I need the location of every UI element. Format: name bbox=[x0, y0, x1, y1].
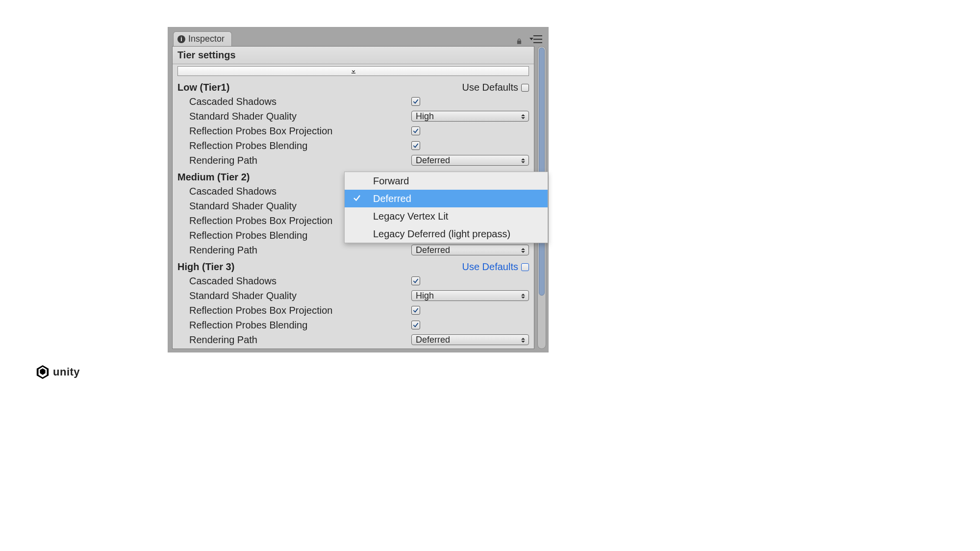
setting-control bbox=[411, 276, 529, 285]
download-icon bbox=[350, 68, 357, 75]
tier-header: Low (Tier1)Use Defaults bbox=[177, 80, 529, 94]
setting-label: Rendering Path bbox=[189, 245, 411, 256]
dropdown-value: Deferred bbox=[416, 335, 450, 345]
checkbox[interactable] bbox=[411, 276, 420, 285]
checkbox[interactable] bbox=[411, 141, 420, 150]
use-defaults-label: Use Defaults bbox=[462, 261, 519, 273]
popup-item-label: Legacy Vertex Lit bbox=[373, 211, 448, 222]
dropdown-value: High bbox=[416, 111, 434, 122]
setting-label: Standard Shader Quality bbox=[189, 111, 411, 122]
inspector-tab-label: Inspector bbox=[188, 34, 225, 44]
popup-item[interactable]: Legacy Deferred (light prepass) bbox=[345, 225, 548, 243]
section-title: Tier settings bbox=[173, 47, 534, 64]
checkbox[interactable] bbox=[411, 306, 420, 315]
setting-label: Reflection Probes Blending bbox=[189, 140, 411, 151]
load-more-bar[interactable] bbox=[177, 66, 529, 76]
dropdown-arrows-icon bbox=[521, 112, 526, 121]
setting-control: High bbox=[411, 111, 529, 122]
popup-item[interactable]: Deferred bbox=[345, 190, 548, 207]
tab-bar: i Inspector bbox=[173, 31, 232, 46]
setting-row: Rendering PathDeferred bbox=[177, 332, 529, 347]
setting-label: Standard Shader Quality bbox=[189, 290, 411, 301]
setting-row: Rendering PathDeferred bbox=[177, 243, 529, 257]
setting-control: Deferred bbox=[411, 155, 529, 166]
setting-row: Standard Shader QualityHigh bbox=[177, 109, 529, 124]
unity-logo: unity bbox=[35, 365, 80, 379]
tier-block: High (Tier 3)Use DefaultsCascaded Shadow… bbox=[173, 257, 534, 347]
unity-logo-text: unity bbox=[53, 366, 80, 378]
checkbox[interactable] bbox=[411, 321, 420, 329]
editor-window: i Inspector Tier settings Low (Tier1)Use… bbox=[168, 27, 549, 352]
setting-label: Cascaded Shadows bbox=[189, 96, 411, 107]
setting-control bbox=[411, 306, 529, 315]
use-defaults-checkbox[interactable] bbox=[521, 263, 529, 271]
setting-control bbox=[411, 97, 529, 106]
inspector-tab[interactable]: i Inspector bbox=[173, 31, 232, 46]
use-defaults-toggle[interactable]: Use Defaults bbox=[462, 82, 529, 93]
dropdown[interactable]: High bbox=[411, 290, 529, 301]
rendering-path-popup[interactable]: ForwardDeferredLegacy Vertex LitLegacy D… bbox=[344, 172, 548, 243]
setting-label: Reflection Probes Blending bbox=[189, 320, 411, 331]
setting-row: Reflection Probes Blending bbox=[177, 318, 529, 332]
dropdown-arrows-icon bbox=[521, 292, 526, 301]
setting-label: Rendering Path bbox=[189, 155, 411, 166]
tier-title: Low (Tier1) bbox=[177, 82, 462, 93]
setting-row: Cascaded Shadows bbox=[177, 94, 529, 109]
use-defaults-toggle[interactable]: Use Defaults bbox=[462, 261, 529, 273]
dropdown-arrows-icon bbox=[521, 336, 526, 345]
popup-item-label: Deferred bbox=[373, 193, 411, 204]
tier-header: High (Tier 3)Use Defaults bbox=[177, 259, 529, 274]
setting-row: Standard Shader QualityHigh bbox=[177, 288, 529, 303]
popup-item-label: Forward bbox=[373, 175, 409, 187]
setting-control bbox=[411, 126, 529, 135]
setting-control: Deferred bbox=[411, 334, 529, 345]
setting-row: Rendering PathDeferred bbox=[177, 153, 529, 168]
dropdown-arrows-icon bbox=[521, 156, 526, 165]
dropdown-value: High bbox=[416, 291, 434, 301]
setting-row: Reflection Probes Blending bbox=[177, 138, 529, 153]
setting-control bbox=[411, 141, 529, 150]
dropdown[interactable]: Deferred bbox=[411, 155, 529, 166]
setting-label: Cascaded Shadows bbox=[189, 276, 411, 287]
pane-menu-icon[interactable] bbox=[530, 35, 542, 43]
tier-block: Low (Tier1)Use DefaultsCascaded ShadowsS… bbox=[173, 78, 534, 168]
dropdown[interactable]: High bbox=[411, 111, 529, 122]
setting-label: Reflection Probes Box Projection bbox=[189, 125, 411, 137]
popup-item[interactable]: Legacy Vertex Lit bbox=[345, 207, 548, 225]
setting-control: Deferred bbox=[411, 245, 529, 255]
use-defaults-label: Use Defaults bbox=[462, 82, 519, 93]
dropdown-value: Deferred bbox=[416, 155, 450, 166]
setting-label: Reflection Probes Box Projection bbox=[189, 305, 411, 316]
dropdown[interactable]: Deferred bbox=[411, 245, 529, 255]
info-icon: i bbox=[177, 35, 185, 43]
popup-item-label: Legacy Deferred (light prepass) bbox=[373, 228, 510, 240]
popup-item[interactable]: Forward bbox=[345, 172, 548, 190]
setting-row: Reflection Probes Box Projection bbox=[177, 124, 529, 138]
dropdown-arrows-icon bbox=[521, 246, 526, 255]
checkbox[interactable] bbox=[411, 126, 420, 135]
checkbox[interactable] bbox=[411, 97, 420, 106]
unity-logo-icon bbox=[35, 365, 50, 379]
dropdown[interactable]: Deferred bbox=[411, 334, 529, 345]
check-icon bbox=[352, 194, 361, 205]
use-defaults-checkbox[interactable] bbox=[521, 84, 529, 92]
lock-icon[interactable] bbox=[516, 36, 523, 47]
setting-row: Cascaded Shadows bbox=[177, 274, 529, 288]
setting-control bbox=[411, 321, 529, 329]
setting-control: High bbox=[411, 290, 529, 301]
dropdown-value: Deferred bbox=[416, 245, 450, 255]
setting-label: Rendering Path bbox=[189, 334, 411, 346]
tier-title: High (Tier 3) bbox=[177, 261, 462, 273]
setting-row: Reflection Probes Box Projection bbox=[177, 303, 529, 318]
